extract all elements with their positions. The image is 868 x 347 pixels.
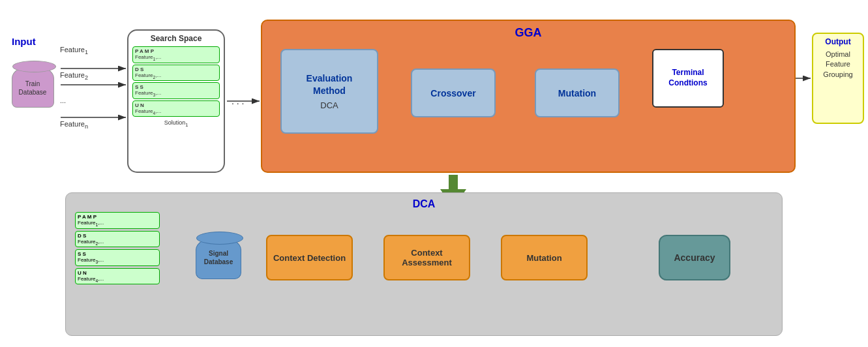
feature-row-dots: ... [60,97,88,104]
accuracy-label: Accuracy [674,252,715,263]
signal-database: SignalDatabase [189,228,248,287]
accuracy-box: Accuracy [659,235,730,280]
terminal-label: TerminalCondtions [668,68,707,88]
ss-group-pamp: P A M P Feature1,... [132,46,220,63]
feature-row-2: Feature2 [60,71,88,81]
feature-row-n: Featuren [60,120,88,130]
train-db-label: TrainDatabase [19,80,47,97]
output-text: OptimalFeatureGrouping [823,50,852,80]
signal-db-cylinder: SignalDatabase [196,237,241,279]
eval-method-title: EvaluationMethod [307,72,353,96]
mutation-gga-label: Mutation [558,88,596,98]
output-box: Output OptimalFeatureGrouping [812,33,864,124]
context-detection-label: Context Detection [273,253,346,263]
feature-list: Feature1 Feature2 ... Featuren [60,46,88,130]
ss-group-ss: S S Feature3,... [132,82,220,99]
crossover-box: Crossover [411,68,496,117]
diagram-container: Input TrainDatabase Feature1 Feature2 ..… [0,0,868,347]
mutation-dca-box: Mutation [501,235,588,280]
dots-separator: · · · [232,98,244,108]
context-assessment-box: ContextAssessment [383,235,470,280]
dca-group-pamp: P A M P Feature1,... [75,212,160,229]
dca-title: DCA [66,193,782,210]
ss-group-un: U N Feature4,... [132,100,220,117]
feature-dots: ... [60,97,66,104]
gga-title: GGA [262,21,794,43]
crossover-label: Crossover [430,88,475,98]
feature-2-text: Feature2 [60,71,88,81]
ss-group-ds: D S Feature2,... [132,65,220,82]
train-db-cylinder: TrainDatabase [12,65,54,108]
input-label: Input [12,36,36,47]
output-title: Output [825,37,850,46]
eval-method-box: EvaluationMethod DCA [280,49,378,134]
eval-method-sub: DCA [320,100,338,110]
search-space-box: Search Space P A M P Feature1,... D S Fe… [127,29,225,173]
feature-row-1: Feature1 [60,46,88,55]
mutation-dca-label: Mutation [526,253,561,263]
feature-n-text: Featuren [60,120,88,130]
train-database: TrainDatabase [7,62,59,111]
terminal-box: TerminalCondtions [652,49,724,108]
signal-db-label: SignalDatabase [204,249,233,266]
context-assessment-label: ContextAssessment [402,248,452,267]
context-detection-box: Context Detection [266,235,353,280]
feature-1-text: Feature1 [60,46,88,55]
dca-feature-groups: P A M P Feature1,... D S Feature2,... S … [75,212,160,320]
search-space-title: Search Space [128,31,224,45]
solution-label: Solution1 [128,119,224,128]
mutation-box-gga: Mutation [535,68,620,117]
dca-group-un: U N Feature4,... [75,268,160,285]
dca-group-ds: D S Feature2,... [75,231,160,248]
dca-group-ss: S S Feature3,... [75,249,160,266]
